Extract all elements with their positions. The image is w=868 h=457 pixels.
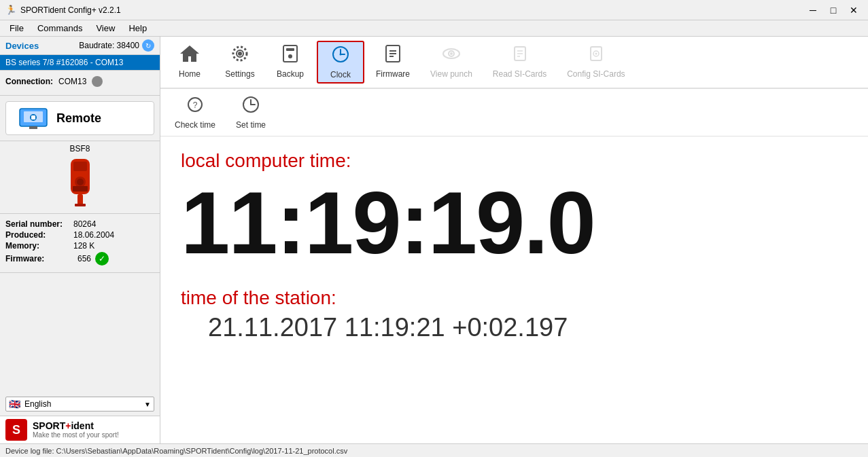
language-select[interactable]: 🇬🇧 English ▼ <box>5 397 154 412</box>
memory-row: Memory: 128 K <box>5 241 154 251</box>
config-si-label: Config SI-Cards <box>567 69 625 79</box>
sidebar: Devices Baudrate: 38400 ↻ BS series 7/8 … <box>0 37 160 443</box>
bsf8-device-icon <box>61 156 99 211</box>
station-time-display: 21.11.2017 11:19:21 +0:02.197 <box>208 313 848 342</box>
firmware-ok-icon: ✓ <box>95 252 109 266</box>
toolbar-row1: Home Settings <box>160 37 868 89</box>
logo-ident2: ident <box>71 420 93 431</box>
firmware-val: 656 <box>77 254 91 263</box>
clock-label: Clock <box>330 70 351 79</box>
title-bar: 🏃 SPORTident Config+ v2.2.1 ─ □ ✕ <box>0 0 868 20</box>
connection-section: Connection: COM13 <box>0 71 160 96</box>
svg-text:?: ? <box>193 100 198 110</box>
svg-rect-9 <box>77 194 83 205</box>
remote-box: Remote <box>5 101 154 135</box>
svg-point-8 <box>77 179 84 185</box>
status-text: Device log file: C:\Users\Sebastian\AppD… <box>5 447 347 455</box>
app-icon: 🏃 <box>5 5 16 16</box>
backup-button[interactable]: Backup <box>266 41 314 84</box>
read-si-icon <box>509 44 531 68</box>
serial-val: 80264 <box>73 219 96 229</box>
menu-help[interactable]: Help <box>122 22 154 35</box>
svg-rect-6 <box>73 162 87 171</box>
menu-view[interactable]: View <box>89 22 122 35</box>
home-label: Home <box>179 69 201 79</box>
firmware-row: Firmware: 656 ✓ <box>5 252 154 266</box>
menu-commands[interactable]: Commands <box>31 22 89 35</box>
connection-port: COM13 <box>58 77 86 86</box>
chevron-down-icon: ▼ <box>144 401 151 408</box>
minimize-button[interactable]: ─ <box>804 3 822 17</box>
local-time-display: 11:19:19.0 <box>181 179 848 267</box>
maximize-button[interactable]: □ <box>824 3 842 17</box>
remote-icon <box>17 106 50 130</box>
backup-label: Backup <box>277 69 304 79</box>
svg-marker-12 <box>180 45 199 62</box>
baudrate-refresh-button[interactable]: ↻ <box>142 39 154 52</box>
logo-icon: S <box>5 419 27 441</box>
view-punch-label: View punch <box>430 69 472 79</box>
set-time-label: Set time <box>236 120 266 130</box>
remote-label: Remote <box>56 111 101 126</box>
check-time-button[interactable]: ? Check time <box>166 92 224 133</box>
logo-section: S SPORT+ident Make the most of your spor… <box>0 416 160 443</box>
menu-bar: File Commands View Help <box>0 20 868 37</box>
backup-icon <box>279 44 301 68</box>
connection-label: Connection: <box>5 77 53 86</box>
memory-key: Memory: <box>5 241 73 251</box>
serial-row: Serial number: 80264 <box>5 219 154 229</box>
set-time-icon <box>240 95 262 119</box>
device-item[interactable]: BS series 7/8 #162086 - COM13 <box>0 55 160 70</box>
view-punch-icon <box>440 44 462 68</box>
svg-rect-4 <box>31 115 35 120</box>
logo-subtitle: Make the most of your sport! <box>33 431 119 439</box>
baudrate-label: Baudrate: 38400 <box>79 41 139 50</box>
home-button[interactable]: Home <box>166 41 213 84</box>
svg-point-29 <box>450 52 453 55</box>
firmware-label: Firmware <box>376 69 410 79</box>
read-si-label: Read SI-Cards <box>493 69 546 79</box>
read-si-button[interactable]: Read SI-Cards <box>484 41 555 84</box>
firmware-button[interactable]: Firmware <box>367 41 419 84</box>
remote-section: Remote <box>0 96 160 141</box>
logo-name: SPORT+ident <box>33 420 119 432</box>
svg-point-22 <box>340 54 342 56</box>
svg-rect-16 <box>283 45 297 62</box>
logo-sport: SPORT <box>33 420 65 431</box>
language-section: 🇬🇧 English ▼ <box>0 392 160 416</box>
check-time-label: Check time <box>175 120 215 130</box>
svg-point-15 <box>238 52 242 56</box>
close-button[interactable]: ✕ <box>845 3 863 17</box>
produced-key: Produced: <box>5 230 73 240</box>
firmware-key: Firmware: <box>5 254 73 263</box>
clock-content: local computer time: 11:19:19.0 time of … <box>160 136 868 443</box>
devices-label: Devices <box>5 41 39 51</box>
content-area: Home Settings <box>160 37 868 443</box>
flag-icon: 🇬🇧 <box>9 399 20 409</box>
main-layout: Devices Baudrate: 38400 ↻ BS series 7/8 … <box>0 37 868 443</box>
toolbar-row2: ? Check time Set time <box>160 89 868 136</box>
device-icon-section: BSF8 <box>0 141 160 214</box>
station-time-label: time of the station: <box>181 287 848 309</box>
svg-rect-2 <box>29 126 37 129</box>
clock-icon <box>330 45 351 69</box>
svg-point-18 <box>288 54 292 58</box>
produced-row: Produced: 18.06.2004 <box>5 230 154 240</box>
svg-point-36 <box>595 53 597 55</box>
connection-status-indicator <box>92 76 103 87</box>
settings-icon <box>229 44 251 68</box>
menu-file[interactable]: File <box>3 22 31 35</box>
set-time-button[interactable]: Set time <box>227 92 275 133</box>
bsf8-label: BSF8 <box>69 144 90 153</box>
sidebar-header: Devices Baudrate: 38400 ↻ <box>0 37 160 55</box>
svg-rect-17 <box>286 48 294 51</box>
view-punch-button[interactable]: View punch <box>421 41 481 84</box>
svg-rect-11 <box>73 186 88 191</box>
home-icon <box>179 44 201 68</box>
settings-label: Settings <box>225 69 254 79</box>
serial-key: Serial number: <box>5 219 73 229</box>
config-si-button[interactable]: Config SI-Cards <box>558 41 633 84</box>
settings-button[interactable]: Settings <box>216 41 264 84</box>
device-list: BS series 7/8 #162086 - COM13 <box>0 55 160 71</box>
clock-button[interactable]: Clock <box>317 41 364 84</box>
